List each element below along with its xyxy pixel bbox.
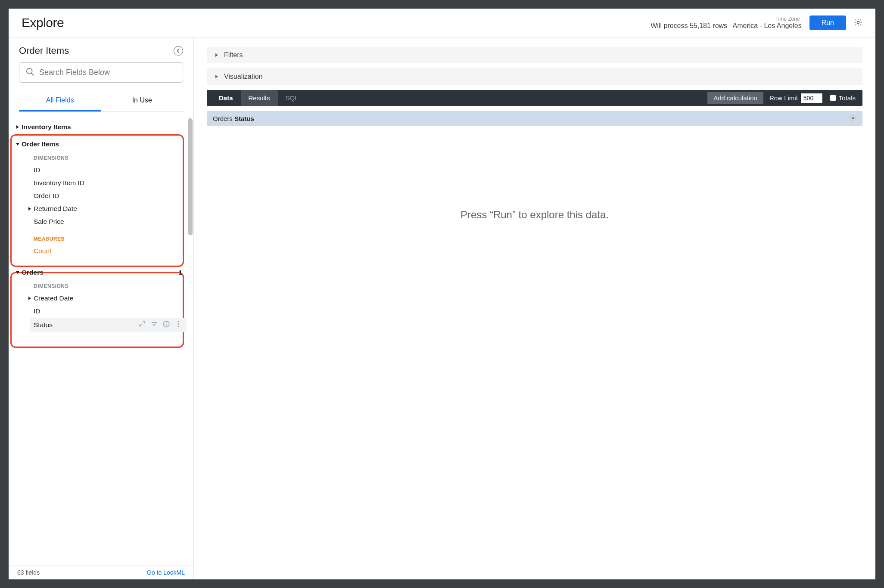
totals-checkbox[interactable] [830, 95, 836, 101]
caret-down-icon [14, 270, 22, 275]
info-icon[interactable] [162, 320, 170, 330]
filters-section[interactable]: Filters [207, 47, 862, 63]
go-to-lookml-link[interactable]: Go to LookML [147, 569, 185, 576]
header: Explore Time Zone Will process 55,181 ro… [9, 9, 875, 37]
timezone-label: Time Zone [775, 16, 800, 22]
more-icon[interactable] [174, 320, 182, 330]
totals-toggle[interactable]: Totals [830, 94, 862, 102]
run-button[interactable]: Run [809, 15, 846, 30]
row-limit-input[interactable] [800, 93, 823, 103]
collapse-sidebar-button[interactable] [174, 46, 183, 56]
row-count-status: Will process 55,181 rows · America - Los… [651, 22, 801, 30]
selected-count-badge: 1 [178, 269, 187, 276]
svg-point-1 [27, 68, 32, 74]
column-group: Orders [213, 115, 233, 122]
empty-state-message: Press “Run” to explore this data. [207, 131, 862, 570]
add-calculation-button[interactable]: Add calculation [707, 92, 763, 104]
tab-all-fields[interactable]: All Fields [19, 92, 101, 111]
field-orders-id[interactable]: ID [9, 305, 191, 318]
field-count: 63 fields [17, 569, 40, 576]
main: Order Items All Fields In Use ▲ [9, 37, 875, 579]
view-inventory-items[interactable]: Inventory Items [9, 120, 191, 134]
caret-down-icon [14, 142, 22, 146]
field-order-id[interactable]: Order ID [9, 189, 191, 202]
tab-in-use[interactable]: In Use [101, 92, 184, 111]
tab-label: SQL [286, 94, 299, 102]
svg-point-0 [857, 21, 859, 23]
view-label: Order Items [22, 140, 59, 148]
row-limit-label: Row Limit [769, 94, 798, 102]
search-icon [25, 67, 35, 78]
section-label: Visualization [224, 73, 263, 80]
field-tree-scroll[interactable]: ▲ Inventory Items Order Items D [9, 117, 193, 565]
field-picker-sidebar: Order Items All Fields In Use ▲ [9, 37, 194, 579]
caret-right-icon [14, 125, 22, 129]
sidebar-top: Order Items All Fields In Use [9, 37, 193, 117]
view-label: Inventory Items [22, 123, 71, 131]
sql-tab[interactable]: SQL [278, 90, 306, 106]
timezone-dropdown[interactable]: Time Zone [775, 16, 802, 22]
svg-point-8 [166, 322, 167, 323]
search-fields-input-wrap[interactable] [19, 62, 183, 83]
tab-label: Data [219, 94, 233, 102]
svg-point-11 [178, 326, 179, 327]
data-section-bar: Data Results SQL Add calculation Row Lim… [207, 90, 862, 106]
caret-right-icon [215, 73, 219, 80]
view-label: Orders [22, 269, 44, 276]
header-status-stack: Time Zone Will process 55,181 rows · Ame… [651, 16, 801, 30]
field-created-date[interactable]: Created Date [9, 292, 191, 305]
field-tree: Inventory Items Order Items DIMENSIONS I… [9, 117, 191, 332]
caret-right-icon [26, 296, 34, 300]
measures-label: MEASURES [9, 232, 191, 244]
field-actions [138, 320, 182, 330]
visualization-section[interactable]: Visualization [207, 68, 862, 85]
tab-label: Results [249, 94, 270, 102]
header-right: Time Zone Will process 55,181 rows · Ame… [651, 15, 862, 30]
column-name: Orders Status [213, 115, 254, 122]
totals-label: Totals [839, 94, 856, 102]
caret-right-icon [215, 51, 219, 59]
dimensions-label: DIMENSIONS [9, 152, 191, 164]
section-label: Filters [224, 51, 243, 59]
field-id[interactable]: ID [9, 164, 191, 176]
view-orders[interactable]: Orders 1 [9, 265, 191, 280]
field-sale-price[interactable]: Sale Price [9, 215, 191, 228]
pivot-icon[interactable] [138, 320, 146, 330]
search-fields-input[interactable] [39, 68, 177, 77]
svg-point-10 [178, 324, 179, 325]
sidebar-footer: 63 fields Go to LookML [9, 565, 193, 579]
data-column-header[interactable]: Orders Status [207, 111, 862, 126]
data-tab[interactable]: Data [207, 90, 241, 106]
explore-name: Order Items [19, 45, 69, 56]
app-window: Explore Time Zone Will process 55,181 ro… [9, 9, 875, 579]
svg-point-9 [178, 322, 179, 322]
field-label: Status [34, 321, 53, 329]
explore-content: Filters Visualization Data Results SQL A… [194, 37, 875, 579]
dimensions-label: DIMENSIONS [9, 280, 191, 292]
page-title: Explore [22, 15, 64, 30]
sidebar-tabs: All Fields In Use [19, 92, 183, 112]
column-gear-icon[interactable] [850, 115, 856, 123]
field-status[interactable]: Status [30, 318, 187, 332]
field-inventory-item-id[interactable]: Inventory Item ID [9, 176, 191, 189]
svg-point-12 [852, 117, 854, 119]
view-order-items[interactable]: Order Items [9, 137, 191, 152]
field-returned-date[interactable]: Returned Date [9, 202, 191, 215]
results-tab[interactable]: Results [241, 90, 278, 106]
caret-right-icon [26, 207, 34, 211]
settings-icon[interactable] [854, 18, 862, 28]
field-label: Returned Date [34, 205, 77, 213]
svg-line-2 [31, 73, 34, 76]
field-count[interactable]: Count [9, 244, 191, 257]
column-field: Status [234, 115, 254, 122]
filter-icon[interactable] [150, 320, 158, 330]
field-label: Created Date [34, 294, 73, 302]
